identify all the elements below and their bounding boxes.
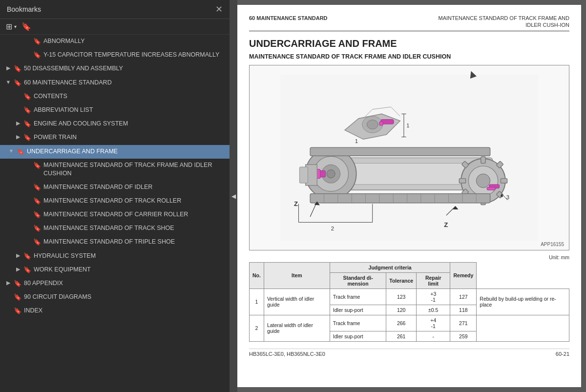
bookmark-icon-80: 🔖 [14,279,21,288]
tree-item-tripleshoe[interactable]: 🔖 MAINTENANCE STANDARD OF TRIPLE SHOE [0,235,230,249]
tree-item-trackframe[interactable]: 🔖 MAINTENANCE STANDARD OF TRACK FRAME AN… [0,159,230,181]
tree-label-trackshoe: MAINTENANCE STANDARD OF TRACK SHOE [43,224,226,233]
tree-item-undercarriage[interactable]: ▼ 🔖 UNDERCARRIAGE AND FRAME [0,145,230,159]
page-header-title: MAINTENANCE STANDARD OF TRACK FRAME AND … [433,15,569,29]
document-page[interactable]: 60 MAINTENANCE STANDARD MAINTENANCE STAN… [237,5,581,387]
svg-rect-35 [310,147,490,156]
svg-rect-22 [310,193,490,203]
row2-sub1-tol: +4-1 [417,315,450,331]
close-button[interactable]: ✕ [215,5,223,14]
svg-rect-13 [459,178,465,183]
bookmark-icon-y15: 🔖 [33,51,41,60]
col-header-item: Item [264,262,330,289]
svg-text:1: 1 [355,138,357,144]
undercarriage-illustration: Z 2 Z 1 3 [266,75,553,241]
tree-item-y15[interactable]: 🔖 Y-15 CAPACITOR TEMPERATURE INCREASES A… [0,48,230,62]
tree-item-hydraulic[interactable]: ▶ 🔖 HYDRAULIC SYSTEM [0,249,230,263]
tree-label-workequip: WORK EQUIPMENT [34,266,226,274]
bookmark-icon-carrierroller: 🔖 [33,210,41,219]
bookmark-icon-50: 🔖 [14,64,21,73]
bookmark-icon-hydraulic: 🔖 [23,252,31,261]
bookmark-icon-trackroller: 🔖 [33,197,41,206]
tree-item-abnormally[interactable]: 🔖 ABNORMALLY [0,35,230,48]
tree-item-workequip[interactable]: ▶ 🔖 WORK EQUIPMENT [0,263,230,277]
row2-sub2-repair: 259 [450,331,477,341]
tree-label-contents: CONTENTS [34,92,226,101]
tree-item-abbrev[interactable]: 🔖 ABBREVIATION LIST [0,103,230,117]
svg-text:Z: Z [444,221,448,228]
section-label: 60 MAINTENANCE STANDARD [249,15,328,21]
tree-label-80: 80 APPENDIX [24,279,226,288]
col-header-tolerance: Tolerance [386,272,417,289]
bookmark-icon-idler: 🔖 [33,183,41,192]
row1-sub1-tol: +3-1 [417,289,450,305]
table-row: 1 Vertical width of idler guide Track fr… [250,289,569,305]
tree-item-60[interactable]: ▼ 🔖 60 MAINTENANCE STANDARD [0,76,230,90]
row-no-2: 2 [250,315,264,341]
tree-label-engine: ENGINE AND COOLING SYSTEM [34,120,226,128]
row1-sub2-label: Idler sup-port [330,305,386,315]
tree-label-undercarriage: UNDERCARRIAGE AND FRAME [27,147,226,156]
row1-sub2-repair: 118 [450,305,477,315]
dropdown-arrow: ▾ [14,24,17,29]
bookmark-icon-contents: 🔖 [23,92,31,101]
tree-label-index: INDEX [24,307,226,315]
bookmark-icon-60: 🔖 [14,79,21,87]
row2-sub2-tol: - [417,331,450,341]
row1-sub2-tol: ±0.5 [417,305,450,315]
col-header-remedy: Remedy [450,262,477,289]
doc-footer: HB365LC-3E0, HB365NLC-3E0 60-21 [249,349,569,357]
tree-item-90[interactable]: 🔖 90 CIRCUIT DIAGRAMS [0,290,230,304]
col-header-no: No. [250,262,264,289]
bookmarks-title: Bookmarks [7,5,41,13]
collapse-panel-button[interactable]: ◀ [230,0,237,392]
chevron-left-icon: ◀ [231,193,236,200]
bookmark-icon-90: 🔖 [14,293,21,302]
bookmark-icon-abnormally: 🔖 [33,37,41,46]
row2-sub1-std: 266 [386,315,417,331]
svg-point-6 [327,169,335,178]
bookmark-button[interactable]: 🔖 [21,22,31,31]
row-no-1: 1 [250,289,264,315]
svg-point-19 [476,174,490,187]
tree-item-carrierroller[interactable]: 🔖 MAINTENANCE STANDARD OF CARRIER ROLLER [0,208,230,222]
tree-item-contents[interactable]: 🔖 CONTENTS [0,90,230,103]
tree-item-trackshoe[interactable]: 🔖 MAINTENANCE STANDARD OF TRACK SHOE [0,222,230,235]
page-number: 60-21 [556,351,569,357]
document-h1: UNDERCARRIAGE AND FRAME [249,38,569,49]
tree-item-80[interactable]: ▶ 🔖 80 APPENDIX [0,277,230,290]
document-h2: MAINTENANCE STANDARD OF TRACK FRAME AND … [249,53,569,60]
tree-label-abbrev: ABBREVIATION LIST [34,106,226,115]
col-header-repair-limit: Repair limit [417,272,450,289]
tree-item-index[interactable]: 🔖 INDEX [0,304,230,318]
row-item-1: Vertical width of idler guide [264,289,330,315]
bookmarks-panel: Bookmarks ✕ ⊞ ▾ 🔖 🔖 ABNORMALLY 🔖 Y-15 CA… [0,0,230,392]
bookmark-icon-tripleshoe: 🔖 [33,238,41,247]
row1-sub1-std: 123 [386,289,417,305]
bookmark-icon: 🔖 [21,22,31,31]
bookmark-icon-abbrev: 🔖 [23,106,31,115]
tree-item-50[interactable]: ▶ 🔖 50 DISASSEMBLY AND ASSEMBLY [0,62,230,76]
row1-remedy: Rebuild by build-up welding or re-place [477,289,569,315]
svg-rect-11 [481,157,485,163]
row2-sub2-std: 261 [386,331,417,341]
tree-label-powertrain: POWER TRAIN [34,133,226,142]
tree-label-y15: Y-15 CAPACITOR TEMPERATURE INCREASES ABN… [43,51,226,60]
row1-sub2-std: 120 [386,305,417,315]
tree-item-powertrain[interactable]: ▶ 🔖 POWER TRAIN [0,131,230,144]
tree-scroll-area[interactable]: 🔖 ABNORMALLY 🔖 Y-15 CAPACITOR TEMPERATUR… [0,35,230,392]
bookmark-icon-workequip: 🔖 [23,266,31,274]
row2-sub2-label: Idler sup-port [330,331,386,341]
tree-label-trackframe: MAINTENANCE STANDARD OF TRACK FRAME AND … [43,161,226,178]
tree-label-60: 60 MAINTENANCE STANDARD [24,79,226,87]
tree-label-carrierroller: MAINTENANCE STANDARD OF CARRIER ROLLER [43,210,226,219]
tree-label-abnormally: ABNORMALLY [43,37,226,46]
bookmark-icon-undercarriage: 🔖 [17,147,24,156]
col-header-std-dim: Standard di-mension [330,272,386,289]
tree-item-idler[interactable]: 🔖 MAINTENANCE STANDARD OF IDLER [0,181,230,194]
svg-rect-21 [487,187,495,190]
row2-remedy [477,315,569,341]
grid-view-button[interactable]: ⊞ ▾ [6,22,17,31]
tree-item-engine[interactable]: ▶ 🔖 ENGINE AND COOLING SYSTEM [0,117,230,131]
tree-item-trackroller[interactable]: 🔖 MAINTENANCE STANDARD OF TRACK ROLLER [0,194,230,208]
